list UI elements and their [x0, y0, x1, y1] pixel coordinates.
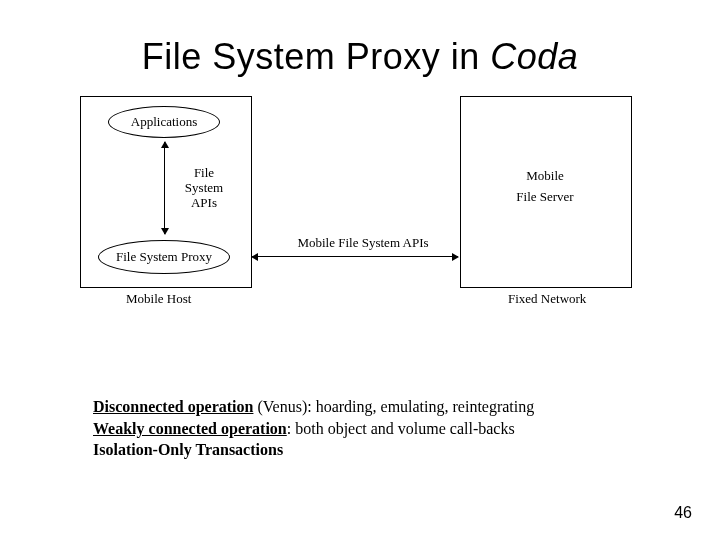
- note2-term: Weakly connected operation: [93, 420, 287, 437]
- note2-rest: : both object and volume call-backs: [287, 420, 515, 437]
- horizontal-double-arrow: [252, 256, 458, 257]
- slide-title-italic: Coda: [490, 36, 578, 77]
- fsapi-line3: APIs: [174, 196, 234, 211]
- file-system-apis-label: File System APIs: [174, 166, 234, 211]
- vertical-double-arrow: [164, 142, 165, 234]
- proxy-label: File System Proxy: [116, 250, 212, 265]
- notes-block: Disconnected operation (Venus): hoarding…: [93, 396, 653, 461]
- note1-term: Disconnected operation: [93, 398, 253, 415]
- slide-title: File System Proxy in Coda: [0, 36, 720, 78]
- applications-ellipse: Applications: [108, 106, 220, 138]
- note-line-2: Weakly connected operation: both object …: [93, 418, 653, 440]
- fsapi-line1: File: [174, 166, 234, 181]
- mobile-file-server-label: Mobile File Server: [510, 166, 580, 208]
- page-number: 46: [674, 504, 692, 522]
- slide-title-pre: File System Proxy in: [142, 36, 491, 77]
- server-line2: File Server: [510, 187, 580, 208]
- mobile-file-system-apis-label: Mobile File System APIs: [288, 236, 438, 251]
- applications-label: Applications: [131, 115, 197, 130]
- note-line-1: Disconnected operation (Venus): hoarding…: [93, 396, 653, 418]
- server-line1: Mobile: [510, 166, 580, 187]
- mobile-host-caption: Mobile Host: [126, 292, 191, 307]
- fsapi-line2: System: [174, 181, 234, 196]
- note-line-3: Isolation-Only Transactions: [93, 439, 653, 461]
- file-system-proxy-ellipse: File System Proxy: [98, 240, 230, 274]
- fixed-network-caption: Fixed Network: [508, 292, 586, 307]
- architecture-diagram: Applications File System Proxy File Syst…: [80, 92, 640, 322]
- note1-rest: (Venus): hoarding, emulating, reintegrat…: [253, 398, 534, 415]
- note3-term: Isolation-Only Transactions: [93, 441, 283, 458]
